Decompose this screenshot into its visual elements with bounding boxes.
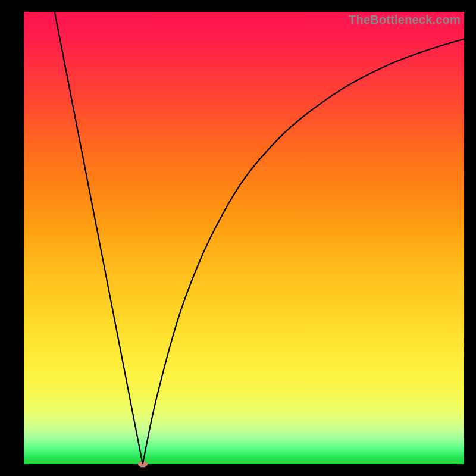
- curve-svg: [24, 12, 464, 464]
- curve-right: [143, 39, 464, 464]
- chart-frame: TheBottleneck.com: [0, 0, 476, 476]
- curve-left: [55, 12, 143, 464]
- watermark-text: TheBottleneck.com: [349, 13, 461, 27]
- plot-area: TheBottleneck.com: [24, 12, 464, 464]
